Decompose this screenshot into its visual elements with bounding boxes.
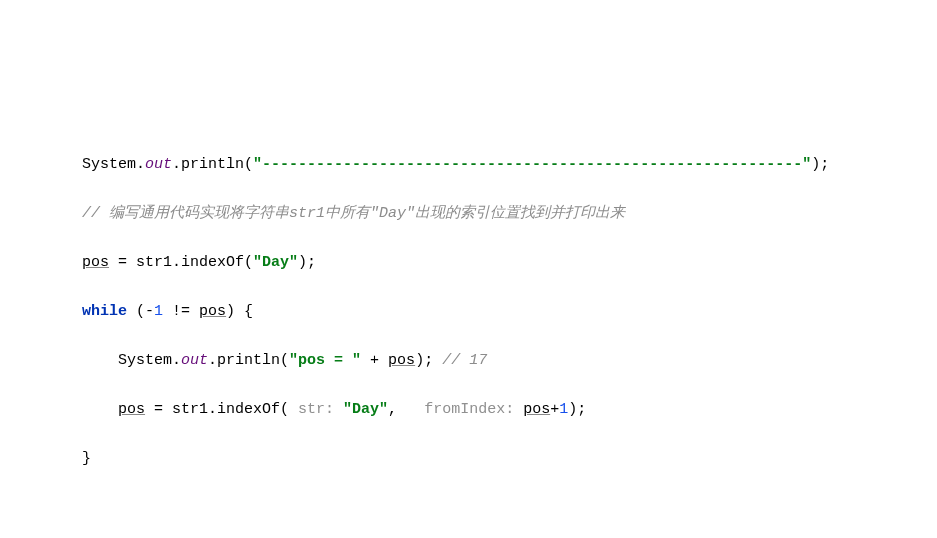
code-line: while (-1 != pos) {: [10, 300, 937, 325]
code-line: // 编写通用代码实现将字符串str1中所有"Day"出现的索引位置找到并打印出…: [10, 202, 937, 227]
code-line: [10, 496, 937, 521]
code-line: System.out.println("--------------------…: [10, 153, 937, 178]
code-line: pos = str1.indexOf( str: "Day", fromInde…: [10, 398, 937, 423]
code-editor[interactable]: System.out.println("--------------------…: [10, 128, 937, 538]
code-line: pos = str1.indexOf("Day");: [10, 251, 937, 276]
code-line: }: [10, 447, 937, 472]
code-line: System.out.println("pos = " + pos); // 1…: [10, 349, 937, 374]
